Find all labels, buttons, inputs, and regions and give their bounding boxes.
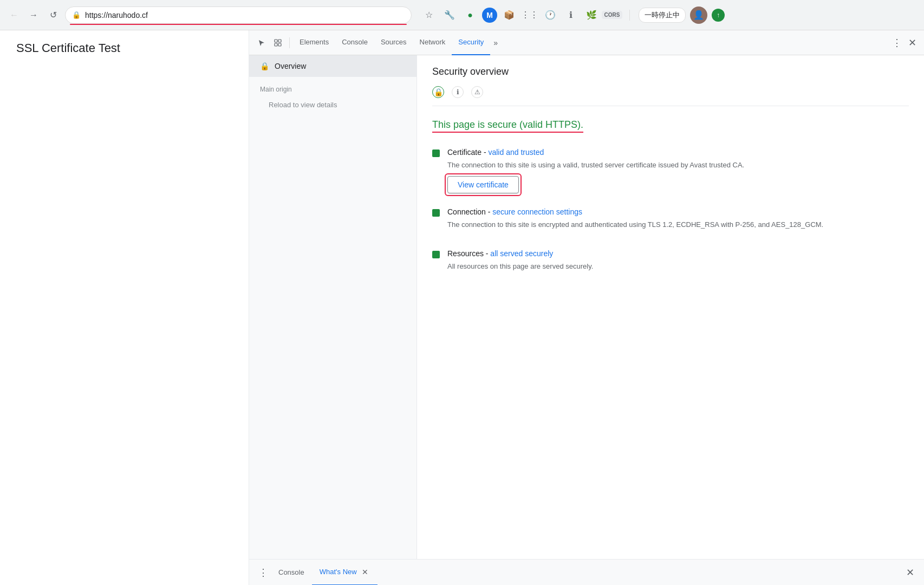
tab-more-button[interactable]: »	[490, 30, 501, 55]
lock-icon: 🔒	[72, 11, 81, 19]
bottom-tab-console[interactable]: Console	[271, 560, 312, 586]
main-layout: SSL Certificate Test Elements Console So…	[0, 30, 924, 585]
browser-chrome: ← → ↺ 🔒 https://naruhodo.cf ☆ 🔧 ● M 📦 ⋮⋮…	[0, 0, 924, 30]
view-certificate-button[interactable]: View certificate	[447, 176, 519, 193]
devtools-panel: Elements Console Sources Network Securit…	[249, 30, 924, 585]
connection-status: secure connection settings	[492, 207, 582, 216]
extension-icon-info[interactable]: ℹ	[562, 6, 580, 24]
bookmark-icon[interactable]: ☆	[420, 6, 438, 24]
url-text: https://naruhodo.cf	[85, 11, 405, 20]
bottom-tab-whats-new[interactable]: What's New ✕	[312, 560, 378, 586]
devtools-body: 🔒 Overview Main origin Reload to view de…	[249, 55, 924, 559]
devtools-close-button[interactable]: ✕	[905, 35, 920, 50]
secure-section: This page is secure (valid HTTPS). Certi…	[432, 119, 909, 277]
certificate-indicator	[432, 150, 440, 157]
resources-desc: All resources on this page are served se…	[447, 261, 909, 272]
warning-icon[interactable]: ⚠	[471, 86, 483, 98]
extension-icon-1[interactable]: 🔧	[441, 6, 458, 24]
devtools-main-content: Security overview 🔒 ℹ ⚠ This page is sec…	[417, 55, 924, 559]
sidebar-overview-label: Overview	[275, 62, 306, 70]
separator	[629, 10, 630, 21]
resources-title: Resources - all served securely	[447, 249, 909, 258]
extension-icon-2[interactable]: ●	[461, 6, 479, 24]
bottom-more-button[interactable]: ⋮	[256, 565, 271, 580]
inspect-icon[interactable]	[270, 35, 286, 51]
resources-indicator	[432, 251, 440, 258]
lock-sidebar-icon: 🔒	[260, 62, 269, 70]
connection-desc: The connection to this site is encrypted…	[447, 219, 909, 230]
tab-security[interactable]: Security	[452, 30, 490, 55]
svg-rect-1	[278, 40, 281, 42]
security-icons-row: 🔒 ℹ ⚠	[432, 86, 909, 106]
back-button[interactable]: ←	[6, 8, 22, 23]
security-overview-title: Security overview	[432, 66, 909, 77]
certificate-desc: The connection to this site is using a v…	[447, 160, 909, 171]
resources-status: all served securely	[490, 249, 553, 258]
connection-content: Connection - secure connection settings …	[447, 207, 909, 236]
certificate-item: Certificate - valid and trusted The conn…	[432, 148, 909, 193]
tab-sources[interactable]: Sources	[374, 30, 413, 55]
connection-indicator	[432, 209, 440, 217]
page-secure-text: This page is secure (valid HTTPS).	[432, 119, 583, 131]
view-cert-wrapper: View certificate	[447, 176, 519, 193]
resources-item: Resources - all served securely All reso…	[432, 249, 909, 277]
tab-network[interactable]: Network	[413, 30, 452, 55]
certificate-status: valid and trusted	[488, 148, 544, 157]
whats-new-close-button[interactable]: ✕	[360, 567, 370, 577]
info-circle-icon[interactable]: ℹ	[452, 86, 464, 98]
svg-rect-2	[275, 43, 277, 46]
page-title: SSL Certificate Test	[16, 41, 232, 55]
japanese-button[interactable]: 一時停止中	[639, 8, 686, 23]
header-separator	[289, 37, 290, 48]
devtools-menu-button[interactable]: ⋮	[889, 35, 905, 50]
secure-lock-icon[interactable]: 🔒	[432, 86, 444, 98]
svg-rect-3	[278, 43, 281, 46]
toolbar-icons: ☆ 🔧 ● M 📦 ⋮⋮ 🕐 ℹ 🌿 CORS	[420, 6, 621, 24]
tab-console[interactable]: Console	[335, 30, 374, 55]
svg-rect-0	[275, 40, 277, 42]
extension-icon-grid[interactable]: ⋮⋮	[521, 6, 538, 24]
profile-avatar[interactable]: 👤	[690, 6, 707, 24]
devtools-sidebar: 🔒 Overview Main origin Reload to view de…	[249, 55, 417, 559]
reload-button[interactable]: ↺	[45, 8, 61, 23]
sidebar-main-origin-label: Main origin	[249, 77, 417, 96]
extension-icon-dropbox[interactable]: 📦	[500, 6, 518, 24]
connection-title: Connection - secure connection settings	[447, 207, 909, 216]
extension-icon-cors[interactable]: CORS	[603, 6, 621, 24]
certificate-content: Certificate - valid and trusted The conn…	[447, 148, 909, 193]
extension-icon-leaf[interactable]: 🌿	[583, 6, 600, 24]
bottom-bar: ⋮ Console What's New ✕ ✕	[249, 559, 924, 585]
certificate-title: Certificate - valid and trusted	[447, 148, 909, 157]
page-content: SSL Certificate Test	[0, 30, 249, 585]
sidebar-item-overview[interactable]: 🔒 Overview	[249, 55, 417, 77]
connection-item: Connection - secure connection settings …	[432, 207, 909, 236]
extension-icon-m[interactable]: M	[482, 8, 497, 23]
extension-icon-clock[interactable]: 🕐	[542, 6, 559, 24]
sidebar-reload-item[interactable]: Reload to view details	[249, 96, 417, 113]
devtools-header: Elements Console Sources Network Securit…	[249, 30, 924, 55]
update-button[interactable]: ↑	[712, 9, 725, 22]
address-bar[interactable]: 🔒 https://naruhodo.cf	[65, 6, 412, 24]
tab-elements[interactable]: Elements	[293, 30, 335, 55]
resources-content: Resources - all served securely All reso…	[447, 249, 909, 277]
forward-button[interactable]: →	[26, 8, 41, 23]
bottom-close-button[interactable]: ✕	[902, 565, 918, 580]
cursor-icon[interactable]	[253, 35, 270, 51]
